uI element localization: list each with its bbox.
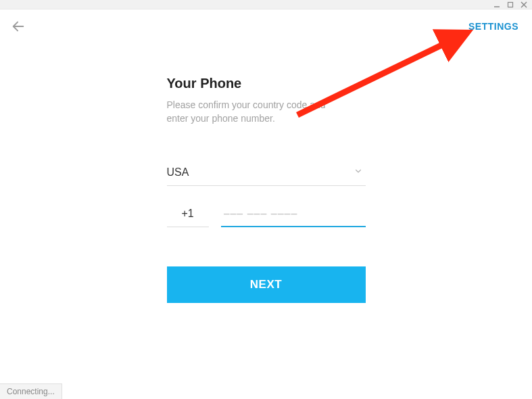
main-content: Your Phone Please confirm your country c… <box>167 76 366 303</box>
svg-rect-1 <box>508 2 513 7</box>
minimize-icon[interactable] <box>493 1 501 9</box>
close-icon[interactable] <box>520 1 528 9</box>
subtitle-line: Please confirm your country code and <box>167 99 326 110</box>
header-bar: SETTINGS <box>0 9 532 34</box>
country-name: USA <box>167 166 189 179</box>
window-titlebar <box>0 0 532 9</box>
phone-row <box>167 208 366 227</box>
country-code-input[interactable] <box>167 208 209 227</box>
maximize-icon[interactable] <box>506 1 514 9</box>
country-select[interactable]: USA <box>167 166 366 186</box>
subtitle-line: enter your phone number. <box>167 113 275 124</box>
next-button[interactable]: NEXT <box>167 266 366 303</box>
phone-number-input[interactable] <box>221 208 366 227</box>
page-subtitle: Please confirm your country code and ent… <box>167 98 366 126</box>
page-title: Your Phone <box>167 76 366 91</box>
back-arrow-icon[interactable] <box>11 19 26 34</box>
chevron-down-icon <box>354 166 363 179</box>
status-connecting: Connecting... <box>0 383 62 399</box>
settings-link[interactable]: SETTINGS <box>468 21 518 32</box>
